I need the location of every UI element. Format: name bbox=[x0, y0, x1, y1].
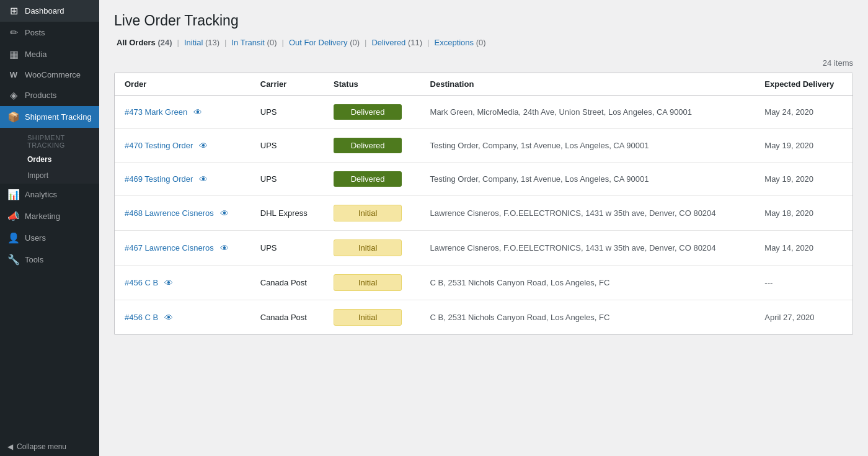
col-carrier: Carrier bbox=[250, 73, 324, 96]
delivery-date-6: April 27, 2020 bbox=[764, 313, 814, 322]
order-link-1[interactable]: #470 Testing Order bbox=[125, 141, 193, 150]
status-cell-4: Initial bbox=[324, 231, 420, 266]
sidebar: ⊞ Dashboard ✏ Posts ▦ Media W WooCommerc… bbox=[0, 0, 99, 456]
view-order-icon-0[interactable]: 👁 bbox=[193, 107, 202, 117]
dashboard-icon: ⊞ bbox=[7, 5, 20, 17]
collapse-menu-button[interactable]: ◀ Collapse menu bbox=[0, 437, 99, 456]
table-row: #467 Lawrence Cisneros 👁 UPS Initial Law… bbox=[115, 231, 852, 266]
order-cell-3: #468 Lawrence Cisneros 👁 bbox=[115, 196, 250, 231]
tools-icon: 🔧 bbox=[7, 254, 20, 266]
carrier-cell-1: UPS bbox=[250, 129, 324, 163]
items-count: 24 items bbox=[114, 58, 853, 68]
table-row: #456 C B 👁 Canada Post Initial C B, 2531… bbox=[115, 300, 852, 335]
delivery-date-1: May 19, 2020 bbox=[764, 141, 813, 150]
table-body: #473 Mark Green 👁 UPS Delivered Mark Gre… bbox=[115, 96, 852, 335]
content-area: Live Order Tracking All Orders (24) | In… bbox=[99, 0, 868, 456]
filter-tabs: All Orders (24) | Initial (13) | In Tran… bbox=[114, 37, 853, 48]
sidebar-label-shipment-tracking: Shipment Tracking bbox=[25, 112, 92, 122]
analytics-icon: 📊 bbox=[7, 189, 20, 200]
filter-sep-5: | bbox=[427, 38, 429, 47]
order-link-4[interactable]: #467 Lawrence Cisneros bbox=[125, 243, 214, 253]
marketing-icon: 📣 bbox=[7, 210, 20, 222]
order-cell-4: #467 Lawrence Cisneros 👁 bbox=[115, 231, 250, 266]
delivery-date-cell-4: May 14, 2020 bbox=[755, 231, 852, 266]
orders-table-wrap: Order Carrier Status Destination Expecte… bbox=[114, 73, 853, 335]
sidebar-label-products: Products bbox=[25, 91, 56, 100]
media-icon: ▦ bbox=[7, 48, 20, 60]
view-order-icon-2[interactable]: 👁 bbox=[199, 174, 208, 184]
destination-text-4: Lawrence Cisneros, F.O.EELECTRONICS, 143… bbox=[430, 243, 716, 253]
delivery-date-cell-3: May 18, 2020 bbox=[755, 196, 852, 231]
order-cell-2: #469 Testing Order 👁 bbox=[115, 163, 250, 196]
order-link-0[interactable]: #473 Mark Green bbox=[125, 107, 187, 117]
view-order-icon-3[interactable]: 👁 bbox=[220, 208, 229, 218]
order-cell-1: #470 Testing Order 👁 bbox=[115, 129, 250, 163]
order-link-5[interactable]: #456 C B bbox=[125, 278, 158, 287]
sidebar-label-analytics: Analytics bbox=[25, 190, 57, 199]
status-cell-6: Initial bbox=[324, 300, 420, 335]
sidebar-item-analytics[interactable]: 📊 Analytics bbox=[0, 184, 99, 205]
view-order-icon-4[interactable]: 👁 bbox=[220, 243, 229, 253]
status-cell-5: Initial bbox=[324, 266, 420, 300]
carrier-cell-5: Canada Post bbox=[250, 266, 324, 300]
destination-cell-0: Mark Green, MicroMedia, 24th Ave, Union … bbox=[420, 96, 755, 129]
filter-tab-delivered[interactable]: Delivered (11) bbox=[369, 37, 425, 48]
status-badge-3: Initial bbox=[334, 205, 402, 221]
status-badge-4: Initial bbox=[334, 239, 402, 256]
col-status: Status bbox=[324, 73, 420, 96]
sidebar-label-media: Media bbox=[25, 50, 46, 59]
order-link-3[interactable]: #468 Lawrence Cisneros bbox=[125, 208, 214, 218]
sidebar-label-posts: Posts bbox=[25, 28, 45, 37]
users-icon: 👤 bbox=[7, 232, 20, 244]
col-expected-delivery: Expected Delivery bbox=[755, 73, 852, 96]
table-header: Order Carrier Status Destination Expecte… bbox=[115, 73, 852, 96]
sidebar-label-dashboard: Dashboard bbox=[25, 6, 64, 16]
destination-text-0: Mark Green, MicroMedia, 24th Ave, Union … bbox=[430, 107, 693, 117]
destination-cell-2: Testing Order, Company, 1st Avenue, Los … bbox=[420, 163, 755, 196]
sidebar-sub-orders[interactable]: Orders bbox=[20, 151, 99, 168]
sidebar-label-marketing: Marketing bbox=[25, 212, 60, 221]
sidebar-item-tools[interactable]: 🔧 Tools bbox=[0, 249, 99, 270]
carrier-cell-3: DHL Express bbox=[250, 196, 324, 231]
sidebar-item-shipment-tracking[interactable]: 📦 Shipment Tracking bbox=[0, 106, 99, 128]
filter-tab-out-for-delivery[interactable]: Out For Delivery (0) bbox=[286, 37, 362, 48]
delivery-date-2: May 19, 2020 bbox=[764, 174, 813, 184]
table-row: #473 Mark Green 👁 UPS Delivered Mark Gre… bbox=[115, 96, 852, 129]
filter-tab-initial[interactable]: Initial (13) bbox=[182, 37, 222, 48]
delivery-date-3: May 18, 2020 bbox=[764, 208, 813, 218]
carrier-cell-6: Canada Post bbox=[250, 300, 324, 335]
table-header-row: Order Carrier Status Destination Expecte… bbox=[115, 73, 852, 96]
main-content: Live Order Tracking All Orders (24) | In… bbox=[99, 0, 868, 456]
sidebar-label-woocommerce: WooCommerce bbox=[25, 70, 81, 79]
view-order-icon-5[interactable]: 👁 bbox=[164, 278, 173, 288]
filter-tab-all-orders[interactable]: All Orders (24) bbox=[114, 37, 175, 48]
sidebar-item-media[interactable]: ▦ Media bbox=[0, 43, 99, 65]
view-order-icon-1[interactable]: 👁 bbox=[199, 141, 208, 151]
delivery-date-cell-5: --- bbox=[755, 266, 852, 300]
sidebar-label-tools: Tools bbox=[25, 255, 43, 264]
order-link-6[interactable]: #456 C B bbox=[125, 313, 158, 322]
order-cell-6: #456 C B 👁 bbox=[115, 300, 250, 335]
sidebar-item-dashboard[interactable]: ⊞ Dashboard bbox=[0, 0, 99, 22]
sidebar-item-marketing[interactable]: 📣 Marketing bbox=[0, 205, 99, 227]
filter-tab-in-transit[interactable]: In Transit (0) bbox=[229, 37, 280, 48]
shipment-tracking-icon: 📦 bbox=[7, 111, 20, 123]
sidebar-item-woocommerce[interactable]: W WooCommerce bbox=[0, 65, 99, 84]
sidebar-item-users[interactable]: 👤 Users bbox=[0, 227, 99, 249]
sidebar-sub-import[interactable]: Import bbox=[20, 168, 99, 184]
sidebar-item-posts[interactable]: ✏ Posts bbox=[0, 22, 99, 43]
woocommerce-icon: W bbox=[7, 70, 20, 79]
sidebar-item-products[interactable]: ◈ Products bbox=[0, 84, 99, 106]
col-destination: Destination bbox=[420, 73, 755, 96]
filter-sep-2: | bbox=[224, 38, 226, 47]
destination-text-3: Lawrence Cisneros, F.O.EELECTRONICS, 143… bbox=[430, 208, 716, 218]
delivery-date-cell-0: May 24, 2020 bbox=[755, 96, 852, 129]
delivery-date-4: May 14, 2020 bbox=[764, 243, 813, 253]
filter-tab-exceptions[interactable]: Exceptions (0) bbox=[432, 37, 488, 48]
destination-cell-5: C B, 2531 Nichols Canyon Road, Los Angel… bbox=[420, 266, 755, 300]
status-badge-2: Delivered bbox=[334, 171, 402, 187]
destination-text-6: C B, 2531 Nichols Canyon Road, Los Angel… bbox=[430, 313, 610, 322]
order-link-2[interactable]: #469 Testing Order bbox=[125, 174, 193, 184]
view-order-icon-6[interactable]: 👁 bbox=[164, 313, 173, 323]
sidebar-label-users: Users bbox=[25, 233, 46, 243]
